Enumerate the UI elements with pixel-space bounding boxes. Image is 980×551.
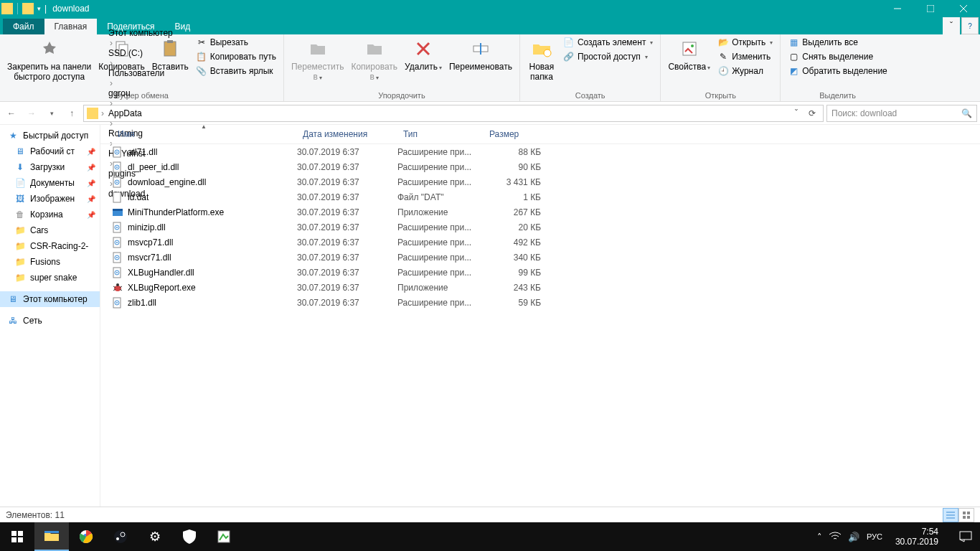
sidebar-item[interactable]: 📁Cars xyxy=(0,222,100,238)
file-name: MiniThunderPlatform.exe xyxy=(128,207,224,217)
taskbar-defender[interactable] xyxy=(172,522,207,551)
newfolder-button[interactable]: Новая папка xyxy=(524,36,559,84)
tray-volume-icon[interactable]: 🔊 xyxy=(848,532,859,542)
taskbar-explorer[interactable] xyxy=(34,522,69,551)
pasteshortcut-button[interactable]: 📎Вставить ярлык xyxy=(193,65,279,78)
taskbar-app[interactable] xyxy=(207,522,241,551)
tab-home[interactable]: Главная xyxy=(44,19,98,34)
taskbar-steam[interactable] xyxy=(103,522,138,551)
easyaccess-button[interactable]: 🔗Простой доступ xyxy=(560,50,656,64)
start-button[interactable] xyxy=(0,522,34,551)
properties-button[interactable]: Свойства xyxy=(665,36,713,73)
sidebar-quickaccess[interactable]: ★ Быстрый доступ xyxy=(0,128,100,143)
view-details-button[interactable] xyxy=(943,508,958,522)
minimize-button[interactable] xyxy=(881,0,914,17)
file-row[interactable]: id.dat30.07.2019 6:37Файл "DAT"1 КБ xyxy=(112,189,980,204)
pin-quickaccess-button[interactable]: Закрепить на панели быстрого доступа xyxy=(4,36,94,84)
newitem-button[interactable]: 📄Создать элемент xyxy=(560,36,656,50)
search-input[interactable]: Поиск: download 🔍 xyxy=(826,105,977,122)
help-button[interactable]: ? xyxy=(961,17,979,34)
view-icons-button[interactable] xyxy=(958,508,974,522)
sidebar-item[interactable]: 🖼Изображен📌 xyxy=(0,191,100,207)
tray-overflow-icon[interactable]: ˄ xyxy=(817,532,822,542)
qat-dropdown-icon[interactable]: ▾ xyxy=(35,5,43,12)
tray-notifications[interactable] xyxy=(951,522,980,551)
file-row[interactable]: dl_peer_id.dll30.07.2019 6:37Расширение … xyxy=(112,159,980,174)
back-button[interactable]: ← xyxy=(3,105,20,122)
moveto-button[interactable]: Переместить в xyxy=(288,36,347,84)
copyto-button[interactable]: Копировать в xyxy=(348,36,400,84)
up-button[interactable]: ↑ xyxy=(63,105,80,122)
file-row[interactable]: msvcp71.dll30.07.2019 6:37Расширение при… xyxy=(112,235,980,250)
sidebar-item[interactable]: 🗑Корзина📌 xyxy=(0,207,100,222)
ribbon-group-open: Свойства 📂Открыть ✎Изменить 🕘Журнал Откр… xyxy=(661,34,781,101)
file-name: id.dat xyxy=(128,192,149,202)
tray-wifi-icon[interactable] xyxy=(829,532,841,542)
rename-icon xyxy=(469,37,492,60)
close-button[interactable] xyxy=(947,0,980,17)
sidebar-thispc[interactable]: 🖥 Этот компьютер xyxy=(0,291,100,307)
sidebar-item[interactable]: 📁CSR-Racing-2- xyxy=(0,238,100,254)
refresh-button[interactable]: ⟳ xyxy=(804,105,820,121)
taskbar-chrome[interactable] xyxy=(69,522,103,551)
titlebar: ▾ | download xyxy=(0,0,980,17)
status-bar: Элементов: 11 xyxy=(0,507,980,522)
breadcrumb-item[interactable]: Этот компьютер xyxy=(107,28,174,38)
address-bar[interactable]: Этот компьютерSSD (C:)ПользователиggrouA… xyxy=(83,105,824,122)
open-button[interactable]: 📂Открыть xyxy=(715,36,776,50)
edit-button[interactable]: ✎Изменить xyxy=(715,50,776,64)
chevron-right-icon[interactable] xyxy=(107,98,116,108)
tray-clock[interactable]: 7:54 30.07.2019 xyxy=(890,527,944,547)
sidebar-network[interactable]: 🖧 Сеть xyxy=(0,313,100,329)
file-row[interactable]: msvcr71.dll30.07.2019 6:37Расширение при… xyxy=(112,250,980,265)
selectall-button[interactable]: ▦Выделить все xyxy=(785,36,890,50)
file-row[interactable]: XLBugReport.exe30.07.2019 6:37Приложение… xyxy=(112,280,980,295)
rename-button[interactable]: Переименовать xyxy=(446,36,515,73)
invert-button[interactable]: ◩Обратить выделение xyxy=(785,65,890,78)
file-type: Расширение при... xyxy=(397,253,484,263)
breadcrumb-item[interactable]: ggrou xyxy=(107,88,174,98)
svg-point-29 xyxy=(116,227,118,228)
svg-rect-58 xyxy=(18,537,23,542)
sidebar-item[interactable]: 📁Fusions xyxy=(0,254,100,270)
column-date[interactable]: Дата изменения xyxy=(297,128,397,141)
sidebar-item[interactable]: 🖥Рабочий ст📌 xyxy=(0,143,100,159)
address-dropdown-button[interactable]: ˇ xyxy=(788,105,804,121)
breadcrumb-item[interactable]: AppData xyxy=(107,108,174,118)
breadcrumb-item[interactable]: SSD (C:) xyxy=(107,48,174,58)
tab-file[interactable]: Файл xyxy=(3,19,44,34)
chevron-right-icon[interactable] xyxy=(107,58,116,68)
maximize-button[interactable] xyxy=(914,0,947,17)
file-row[interactable]: minizip.dll30.07.2019 6:37Расширение при… xyxy=(112,220,980,235)
forward-button[interactable]: → xyxy=(23,105,40,122)
file-row[interactable]: MiniThunderPlatform.exe30.07.2019 6:37Пр… xyxy=(112,204,980,220)
history-button[interactable]: 🕘Журнал xyxy=(715,65,776,78)
sidebar-item[interactable]: ⬇Загрузки📌 xyxy=(0,159,100,175)
chevron-right-icon[interactable] xyxy=(107,78,116,88)
pin-icon: 📌 xyxy=(87,164,95,171)
delete-button[interactable]: Удалить xyxy=(402,36,445,73)
svg-rect-1 xyxy=(927,5,934,12)
newfolder-icon xyxy=(530,37,553,60)
cut-button[interactable]: ✂Вырезать xyxy=(193,36,279,50)
recent-dropdown[interactable]: ▾ xyxy=(43,105,60,122)
breadcrumb-item[interactable]: Пользователи xyxy=(107,68,174,78)
file-name: zlib1.dll xyxy=(128,298,156,308)
file-row[interactable]: download_engine.dll30.07.2019 6:37Расшир… xyxy=(112,174,980,189)
ribbon-collapse-button[interactable]: ˇ xyxy=(943,17,960,34)
svg-point-62 xyxy=(114,530,127,543)
sidebar-item[interactable]: 📄Документы📌 xyxy=(0,175,100,191)
taskbar-settings[interactable]: ⚙ xyxy=(138,522,172,551)
sidebar-item[interactable]: 📁super snake xyxy=(0,270,100,286)
folder-icon xyxy=(1,3,13,14)
file-row[interactable]: atl71.dll30.07.2019 6:37Расширение при..… xyxy=(112,144,980,159)
column-size[interactable]: Размер xyxy=(484,128,541,141)
file-row[interactable]: XLBugHandler.dll30.07.2019 6:37Расширени… xyxy=(112,265,980,280)
sidebar-item-label: Cars xyxy=(30,225,48,235)
column-type[interactable]: Тип xyxy=(397,128,484,141)
file-row[interactable]: zlib1.dll30.07.2019 6:37Расширение при..… xyxy=(112,295,980,310)
chevron-right-icon[interactable] xyxy=(107,38,116,48)
tray-language[interactable]: РУС xyxy=(867,532,882,541)
selectnone-button[interactable]: ▢Снять выделение xyxy=(785,50,890,64)
copypath-button[interactable]: 📋Копировать путь xyxy=(193,50,279,64)
